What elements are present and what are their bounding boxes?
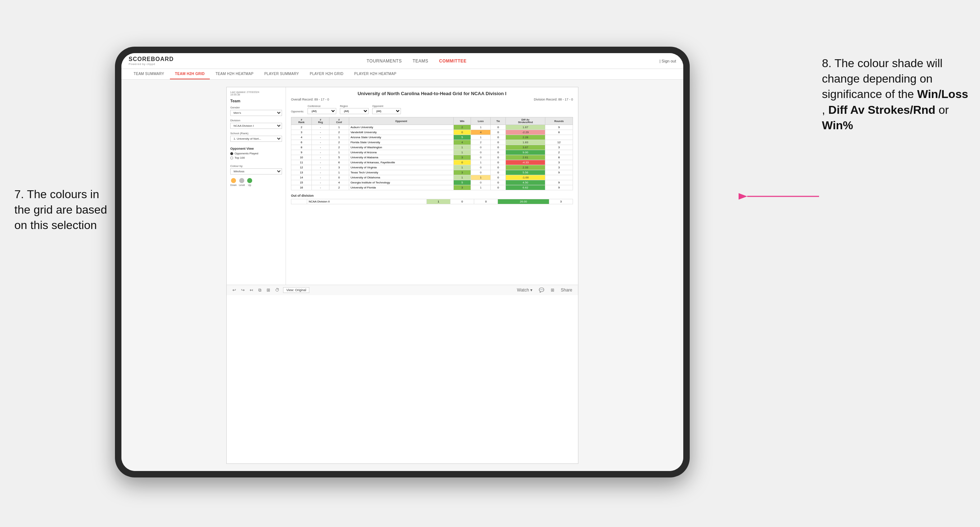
copy-icon[interactable]: ⧉ [257,287,263,293]
division-select[interactable]: NCAA Division I [230,123,282,129]
cell-loss: 0 [471,150,491,155]
radio-label-played: Opponents Played [235,152,258,155]
table-row: 12 - 3 University of Virginia 1 0 0 2.33… [291,165,573,170]
cell-opponent: University of Florida [349,185,454,190]
region-filter: Region (All) [340,105,369,114]
cell-opponent: Texas Tech University [349,170,454,175]
radio-top100[interactable]: Top 100 [230,156,282,159]
school-label: School (Rank) [230,132,282,135]
watch-btn[interactable]: Watch ▾ [515,287,534,293]
cell-rounds: 9 [545,170,573,175]
sign-out-link[interactable]: | Sign out [660,59,676,63]
overall-record-label: Overall Record: [291,98,313,101]
cell-conf: 0 [329,175,349,180]
tab-team-summary[interactable]: TEAM SUMMARY [129,69,169,79]
cell-rounds [545,175,573,180]
clock-icon[interactable]: ⏱ [274,287,281,293]
cell-loss: 1 [471,125,491,130]
cell-win: 1 [454,145,471,150]
table-row: 4 - 1 Arizona State University 5 1 0 2.2… [291,135,573,140]
conference-filter-select[interactable]: (All) [307,108,336,114]
tab-team-h2h-heatmap[interactable]: TEAM H2H HEATMAP [210,69,259,79]
tab-team-h2h-grid[interactable]: TEAM H2H GRID [170,69,210,79]
cell-rounds [545,135,573,140]
out-of-division: Out of division NCAA Division II 1 0 0 [291,194,573,204]
out-div-win: 1 [426,199,450,204]
comment-icon[interactable]: 💬 [538,287,546,293]
cell-diff: 2.33 [506,165,545,170]
cell-diff: 3.67 [506,145,545,150]
cell-rank: 12 [291,165,312,170]
nav-back-icon[interactable]: ↢ [248,287,255,293]
school-select[interactable]: 1. University of Nort... [230,136,282,142]
opponent-filter-select[interactable]: (All) [372,108,401,114]
gender-select[interactable]: Men's [230,110,282,116]
annotation-right-bold3: Win% [822,119,853,132]
col-loss: Loss [471,117,491,125]
cell-win: 0 [454,130,471,135]
cell-win: 2 [454,125,471,130]
view-original[interactable]: View: Original [283,287,309,293]
grid-icon[interactable]: ⊞ [549,287,556,293]
col-rank: #Rank [291,117,312,125]
annotation-right-comma: , [822,103,829,116]
cell-rounds: 9 [545,180,573,185]
colour-by-select[interactable]: Win/loss [230,168,282,175]
col-conf: #Conf [329,117,349,125]
arrange-icon[interactable]: ⊞ [265,287,272,293]
cell-rounds: 8 [545,130,573,135]
out-div-name: NCAA Division II [307,199,427,204]
annotation-right: 8. The colour shade will change dependin… [822,56,973,133]
last-updated: Last Updated: 27/03/2024 16:55:38 [230,91,282,96]
gender-label: Gender [230,106,282,109]
cell-rounds: 2 [545,150,573,155]
nav-teams[interactable]: TEAMS [412,59,428,63]
legend-down-label: Down [230,184,237,186]
cell-loss: 1 [471,185,491,190]
undo-icon[interactable]: ↩ [231,287,237,293]
bottom-toolbar: ↩ ↪ ↢ ⧉ ⊞ ⏱ View: Original Watch ▾ 💬 ⊞ S… [227,285,578,295]
cell-diff: -4.33 [506,160,545,165]
cell-rounds: 9 [545,185,573,190]
cell-tie: 0 [491,125,506,130]
radio-opponents-played[interactable]: Opponents Played [230,152,282,155]
arrow-right-icon [740,187,819,205]
cell-rank: 10 [291,155,312,160]
data-table: #Rank #Reg #Conf Opponent Win Loss Tie D… [291,117,573,190]
top-nav: SCOREBOARD Powered by clippd TOURNAMENTS… [121,53,683,69]
tab-player-summary[interactable]: PLAYER SUMMARY [259,69,304,79]
cell-loss: 0 [471,165,491,170]
cell-opponent: Auburn University [349,125,454,130]
table-body: 2 - 1 Auburn University 2 1 0 1.67 9 3 -… [291,125,573,190]
cell-reg: - [312,145,329,150]
legend-down: Down [230,178,237,186]
share-btn[interactable]: Share [559,287,574,293]
tab-player-h2h-heatmap[interactable]: PLAYER H2H HEATMAP [349,69,401,79]
filter-row: Opponents: Conference (All) Region ( [291,105,573,114]
redo-icon[interactable]: ↪ [240,287,246,293]
division-label: Division [230,119,282,122]
last-updated-time: 16:55:38 [230,93,240,96]
cell-reg: - [312,140,329,145]
tab-player-h2h-grid[interactable]: PLAYER H2H GRID [305,69,348,79]
cell-conf: 5 [329,155,349,160]
cell-win: 1 [454,175,471,180]
nav-tournaments[interactable]: TOURNAMENTS [366,59,402,63]
cell-rounds: 3 [545,145,573,150]
cell-rounds: 3 [545,165,573,170]
table-row: 2 - 1 Auburn University 2 1 0 1.67 9 [291,125,573,130]
logo: SCOREBOARD Powered by clippd [129,56,174,66]
cell-opponent: Vanderbilt University [349,130,454,135]
cell-win: 1 [454,165,471,170]
cell-rounds: 9 [545,125,573,130]
cell-diff: 5.56 [506,170,545,175]
tableau-body: Last Updated: 27/03/2024 16:55:38 Team G… [227,87,578,285]
cell-win: 3 [454,170,471,175]
cell-rank: 14 [291,175,312,180]
region-filter-select[interactable]: (All) [340,108,369,114]
cell-opponent: Georgia Institute of Technology [349,180,454,185]
nav-committee[interactable]: COMMITTEE [439,59,467,63]
overall-record: Overall Record: 89 - 17 - 0 [291,98,329,101]
cell-tie: 0 [491,175,506,180]
cell-rank: 2 [291,125,312,130]
